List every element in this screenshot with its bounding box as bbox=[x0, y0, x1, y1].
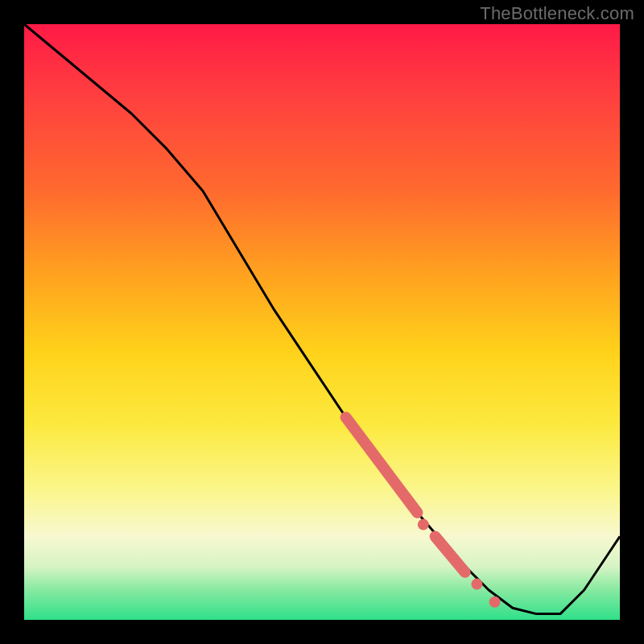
segment-upper bbox=[346, 417, 418, 512]
highlight-layer bbox=[346, 417, 501, 607]
chart-frame: { "watermark": "TheBottleneck.com", "col… bbox=[0, 0, 644, 644]
chart-overlay bbox=[24, 24, 620, 620]
dot-b bbox=[471, 579, 482, 590]
curve-layer bbox=[24, 24, 620, 614]
bottleneck-curve bbox=[24, 24, 620, 614]
dot-c bbox=[489, 597, 501, 608]
watermark-text: TheBottleneck.com bbox=[480, 3, 634, 24]
segment-lower bbox=[436, 536, 465, 572]
dot-a bbox=[418, 519, 429, 530]
